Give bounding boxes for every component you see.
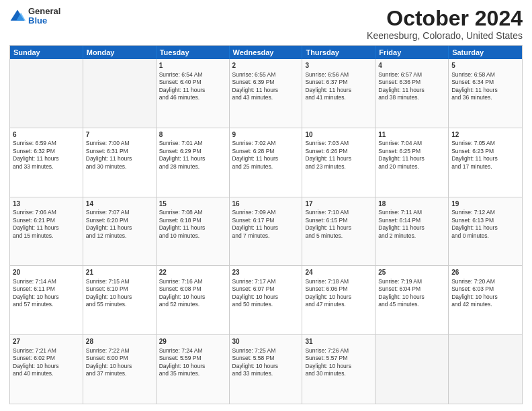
calendar-cell: 27Sunrise: 7:21 AMSunset: 6:02 PMDayligh… xyxy=(10,335,83,404)
day-info: Daylight: 11 hours xyxy=(86,155,153,163)
calendar-cell: 15Sunrise: 7:08 AMSunset: 6:18 PMDayligh… xyxy=(157,197,230,266)
day-info: and 42 minutes. xyxy=(451,301,519,308)
day-info: Daylight: 10 hours xyxy=(232,363,300,370)
day-info: and 10 minutes. xyxy=(159,232,226,240)
day-info: Daylight: 10 hours xyxy=(232,293,300,301)
calendar-cell: 21Sunrise: 7:15 AMSunset: 6:10 PMDayligh… xyxy=(83,266,157,334)
day-info: Sunset: 5:59 PM xyxy=(159,355,226,362)
calendar-cell: 12Sunrise: 7:05 AMSunset: 6:23 PMDayligh… xyxy=(449,128,522,197)
day-info: Sunrise: 7:16 AM xyxy=(159,278,226,285)
page: General Blue October 2024 Keenesburg, Co… xyxy=(0,0,532,411)
day-info: Sunrise: 7:03 AM xyxy=(305,140,372,147)
day-number: 17 xyxy=(305,199,372,209)
day-info: Sunset: 6:31 PM xyxy=(86,148,153,155)
day-number: 1 xyxy=(159,61,226,71)
day-info: Sunset: 6:26 PM xyxy=(305,148,372,155)
day-info: Daylight: 11 hours xyxy=(232,87,300,94)
day-info: Sunset: 6:03 PM xyxy=(451,285,519,293)
day-number: 19 xyxy=(451,199,519,209)
day-number: 7 xyxy=(86,130,153,140)
day-info: Sunrise: 6:54 AM xyxy=(159,71,226,79)
day-info: and 57 minutes. xyxy=(13,301,80,308)
calendar-cell: 11Sunrise: 7:04 AMSunset: 6:25 PMDayligh… xyxy=(375,128,449,197)
day-info: Sunrise: 7:20 AM xyxy=(451,278,519,285)
calendar-row: 20Sunrise: 7:14 AMSunset: 6:11 PMDayligh… xyxy=(10,266,522,335)
day-info: Daylight: 10 hours xyxy=(86,363,153,370)
calendar-cell: 29Sunrise: 7:24 AMSunset: 5:59 PMDayligh… xyxy=(157,335,230,404)
day-info: Sunrise: 7:17 AM xyxy=(232,278,300,285)
day-info: Sunset: 6:20 PM xyxy=(86,217,153,224)
calendar-cell: 31Sunrise: 7:26 AMSunset: 5:57 PMDayligh… xyxy=(302,335,375,404)
day-info: and 33 minutes. xyxy=(13,163,80,171)
day-info: Sunset: 6:21 PM xyxy=(13,217,80,224)
title-block: October 2024 Keenesburg, Colorado, Unite… xyxy=(367,7,523,41)
day-info: and 30 minutes. xyxy=(305,370,372,377)
calendar-cell: 10Sunrise: 7:03 AMSunset: 6:26 PMDayligh… xyxy=(302,128,375,197)
day-info: Daylight: 11 hours xyxy=(159,224,226,232)
day-number: 24 xyxy=(305,268,372,277)
calendar-header: SundayMondayTuesdayWednesdayThursdayFrid… xyxy=(10,46,522,59)
day-info: Sunset: 6:07 PM xyxy=(232,285,300,293)
day-info: and 35 minutes. xyxy=(159,370,226,377)
day-info: Sunset: 6:36 PM xyxy=(378,79,445,86)
calendar-cell: 25Sunrise: 7:19 AMSunset: 6:04 PMDayligh… xyxy=(375,266,449,334)
day-info: and 28 minutes. xyxy=(159,163,226,171)
logo-icon xyxy=(9,8,26,24)
calendar-cell: 6Sunrise: 6:59 AMSunset: 6:32 PMDaylight… xyxy=(10,128,83,197)
day-info: Sunset: 6:15 PM xyxy=(305,217,372,224)
day-info: Daylight: 11 hours xyxy=(378,87,445,94)
day-info: Sunset: 6:32 PM xyxy=(13,148,80,155)
calendar-cell: 28Sunrise: 7:22 AMSunset: 6:00 PMDayligh… xyxy=(83,335,157,404)
day-info: and 50 minutes. xyxy=(232,301,300,308)
logo: General Blue xyxy=(9,7,60,26)
day-info: Sunrise: 6:56 AM xyxy=(305,71,372,79)
day-info: and 43 minutes. xyxy=(232,94,300,101)
calendar-row: 13Sunrise: 7:06 AMSunset: 6:21 PMDayligh… xyxy=(10,197,522,267)
day-info: Sunrise: 7:11 AM xyxy=(378,209,445,216)
calendar-body: 1Sunrise: 6:54 AMSunset: 6:40 PMDaylight… xyxy=(10,59,522,404)
day-info: Sunrise: 7:00 AM xyxy=(86,140,153,147)
logo-blue: Blue xyxy=(28,16,60,26)
day-info: Sunset: 6:04 PM xyxy=(378,285,445,293)
calendar-cell: 2Sunrise: 6:55 AMSunset: 6:39 PMDaylight… xyxy=(230,59,303,128)
day-number: 13 xyxy=(13,199,80,209)
day-info: and 7 minutes. xyxy=(232,232,300,240)
header-day: Thursday xyxy=(302,46,375,59)
calendar-row: 1Sunrise: 6:54 AMSunset: 6:40 PMDaylight… xyxy=(10,59,522,128)
calendar-cell: 14Sunrise: 7:07 AMSunset: 6:20 PMDayligh… xyxy=(83,197,157,266)
day-info: Sunset: 6:10 PM xyxy=(86,285,153,293)
day-info: Sunset: 6:18 PM xyxy=(159,217,226,224)
day-info: Sunrise: 7:15 AM xyxy=(86,278,153,285)
day-info: Sunset: 6:08 PM xyxy=(159,285,226,293)
header-day: Monday xyxy=(83,46,157,59)
calendar-cell: 8Sunrise: 7:01 AMSunset: 6:29 PMDaylight… xyxy=(157,128,230,197)
calendar-cell xyxy=(375,335,449,404)
main-title: October 2024 xyxy=(367,7,523,30)
day-number: 29 xyxy=(159,337,226,347)
day-info: and 30 minutes. xyxy=(86,163,153,171)
calendar-cell: 20Sunrise: 7:14 AMSunset: 6:11 PMDayligh… xyxy=(10,266,83,334)
calendar-cell: 7Sunrise: 7:00 AMSunset: 6:31 PMDaylight… xyxy=(83,128,157,197)
day-info: Daylight: 11 hours xyxy=(159,87,226,94)
day-info: Sunset: 6:02 PM xyxy=(13,355,80,362)
day-number: 4 xyxy=(378,61,445,71)
day-number: 31 xyxy=(305,337,372,347)
header-day: Friday xyxy=(375,46,449,59)
day-number: 3 xyxy=(305,61,372,71)
day-info: Sunrise: 7:04 AM xyxy=(378,140,445,147)
day-info: Daylight: 11 hours xyxy=(378,224,445,232)
day-number: 9 xyxy=(232,130,300,140)
day-info: Sunrise: 6:59 AM xyxy=(13,140,80,147)
day-info: Sunset: 6:29 PM xyxy=(159,148,226,155)
day-info: and 17 minutes. xyxy=(451,163,519,171)
day-info: Sunset: 6:17 PM xyxy=(232,217,300,224)
day-number: 23 xyxy=(232,268,300,277)
day-info: and 0 minutes. xyxy=(451,232,519,240)
day-info: Sunrise: 7:09 AM xyxy=(232,209,300,216)
day-info: Daylight: 11 hours xyxy=(232,224,300,232)
day-info: Sunrise: 7:07 AM xyxy=(86,209,153,216)
day-info: Sunrise: 6:55 AM xyxy=(232,71,300,79)
day-info: Daylight: 10 hours xyxy=(159,293,226,301)
calendar-row: 6Sunrise: 6:59 AMSunset: 6:32 PMDaylight… xyxy=(10,128,522,197)
day-info: Daylight: 10 hours xyxy=(305,363,372,370)
